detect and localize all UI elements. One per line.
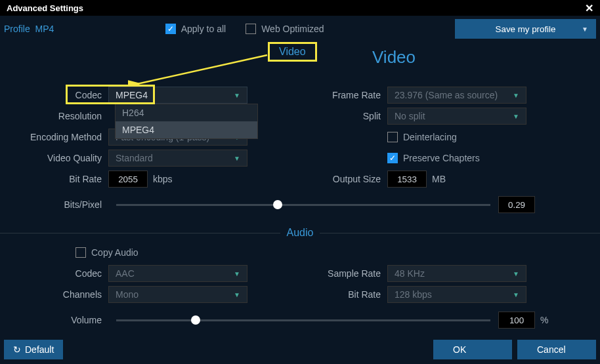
top-toolbar: Profile MP4 ✓ Apply to all Web Optimized…	[0, 16, 600, 42]
split-label: Split	[263, 111, 387, 121]
reset-icon: ↻	[13, 344, 21, 355]
profile-label: Profile MP4	[4, 24, 54, 34]
slider-thumb-icon[interactable]	[273, 200, 282, 209]
web-optimized-label: Web Optimized	[261, 24, 324, 34]
annotation-video-box: Video	[268, 42, 317, 62]
checkbox-icon: ✓	[387, 153, 398, 163]
split-select[interactable]: No split ▼	[387, 108, 526, 125]
caret-down-icon: ▼	[513, 113, 519, 120]
samplerate-label: Sample Rate	[263, 268, 387, 279]
footer-bar: ↻ Default OK Cancel	[0, 338, 600, 364]
deinterlacing-label: Deinterlacing	[403, 132, 457, 142]
window-titlebar: Advanced Settings ✕	[0, 0, 600, 16]
codec-option-h264[interactable]: H264	[116, 104, 257, 121]
framerate-label: Frame Rate	[263, 90, 387, 100]
checkbox-icon: ✓	[165, 24, 176, 34]
video-section-title: Video	[372, 47, 416, 68]
settings-pane: Codec MPEG4 ▼ Frame Rate 23.976 (Same as…	[0, 85, 600, 331]
checkbox-icon	[246, 24, 256, 34]
volume-unit: %	[540, 315, 548, 325]
resolution-label: Resolution	[0, 111, 108, 121]
volume-slider[interactable]	[116, 319, 490, 321]
output-size-label: Output Size	[263, 174, 387, 184]
audio-codec-label: Codec	[0, 268, 108, 279]
caret-down-icon: ▼	[513, 291, 519, 298]
save-profile-button[interactable]: Save my profile ▼	[455, 19, 596, 39]
audio-section-title: Audio	[280, 227, 320, 239]
video-quality-select[interactable]: Standard ▼	[108, 150, 247, 167]
caret-down-icon: ▼	[234, 155, 240, 162]
channels-label: Channels	[0, 289, 108, 300]
volume-input[interactable]	[498, 312, 535, 329]
caret-down-icon: ▼	[234, 270, 240, 277]
codec-select[interactable]: MPEG4 ▼	[108, 87, 247, 104]
deinterlacing-checkbox[interactable]: Deinterlacing	[387, 132, 457, 142]
checkbox-icon	[387, 132, 398, 142]
caret-down-icon: ▼	[582, 26, 588, 33]
volume-label: Volume	[0, 315, 108, 325]
window-title: Advanced Settings	[7, 3, 83, 13]
web-optimized-checkbox[interactable]: Web Optimized	[246, 24, 324, 34]
checkbox-icon	[75, 247, 86, 258]
framerate-select[interactable]: 23.976 (Same as source) ▼	[387, 87, 526, 104]
codec-label: Codec	[0, 90, 108, 100]
audio-bitrate-label: Bit Rate	[263, 289, 387, 300]
bitspixel-label: Bits/Pixel	[0, 199, 108, 210]
apply-to-all-checkbox[interactable]: ✓ Apply to all	[165, 24, 226, 34]
copy-audio-label: Copy Audio	[91, 247, 139, 258]
output-size-unit: MB	[432, 174, 446, 184]
svg-line-1	[137, 55, 267, 84]
ok-button[interactable]: OK	[433, 340, 512, 359]
apply-to-all-label: Apply to all	[181, 24, 226, 34]
default-button[interactable]: ↻ Default	[4, 340, 63, 359]
bitrate-label: Bit Rate	[0, 174, 108, 184]
slider-thumb-icon[interactable]	[191, 315, 200, 325]
preserve-chapters-label: Preserve Chapters	[403, 153, 480, 163]
bitspixel-input[interactable]	[498, 196, 535, 213]
caret-down-icon: ▼	[513, 92, 519, 99]
codec-option-mpeg4[interactable]: MPEG4	[116, 121, 257, 138]
caret-down-icon: ▼	[513, 270, 519, 277]
bitspixel-slider[interactable]	[116, 204, 490, 206]
output-size-input[interactable]	[387, 171, 427, 188]
caret-down-icon: ▼	[234, 92, 240, 99]
channels-select[interactable]: Mono ▼	[108, 286, 247, 303]
close-icon[interactable]: ✕	[585, 2, 593, 14]
preserve-chapters-checkbox[interactable]: ✓ Preserve Chapters	[387, 153, 480, 163]
codec-dropdown: H264 MPEG4	[115, 104, 258, 139]
cancel-button[interactable]: Cancel	[517, 340, 596, 359]
video-quality-label: Video Quality	[0, 153, 108, 163]
audio-codec-select[interactable]: AAC ▼	[108, 265, 247, 282]
bitrate-input[interactable]	[108, 171, 148, 188]
bitrate-unit: kbps	[153, 174, 173, 184]
caret-down-icon: ▼	[234, 291, 240, 298]
audio-bitrate-select[interactable]: 128 kbps ▼	[387, 286, 526, 303]
copy-audio-checkbox[interactable]: Copy Audio	[75, 247, 139, 258]
encoding-label: Encoding Method	[0, 132, 108, 142]
samplerate-select[interactable]: 48 KHz ▼	[387, 265, 526, 282]
audio-separator: Audio	[0, 227, 600, 239]
